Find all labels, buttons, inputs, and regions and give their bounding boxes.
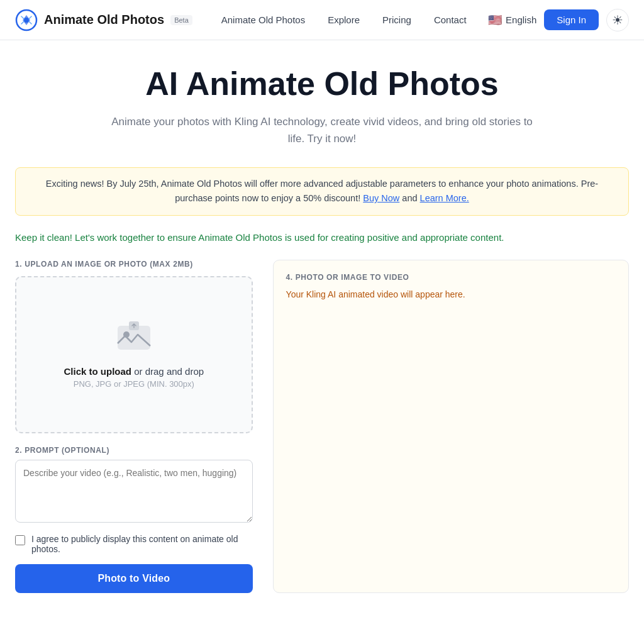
upload-zone[interactable]: Click to upload or drag and drop PNG, JP…: [15, 276, 253, 433]
submit-button[interactable]: Photo to Video: [15, 564, 253, 593]
banner-text: Exciting news! By July 25th, Animate Old…: [46, 179, 598, 203]
buy-now-link[interactable]: Buy Now: [363, 193, 399, 203]
agreement-label[interactable]: I agree to publicly display this content…: [31, 534, 253, 554]
content-notice: Keep it clean! Let's work together to en…: [15, 231, 629, 245]
upload-text: Click to upload or drag and drop: [64, 366, 204, 377]
main-content: AI Animate Old Photos Animate your photo…: [0, 40, 644, 631]
upload-icon: [116, 321, 152, 358]
logo-icon: [15, 9, 38, 31]
banner-and: and: [402, 193, 417, 203]
nav-right: 🇺🇸 English Sign In ☀: [488, 9, 629, 31]
flag-icon: 🇺🇸: [488, 13, 502, 27]
nav-link-pricing[interactable]: Pricing: [374, 11, 420, 29]
agreement-checkbox[interactable]: [15, 535, 25, 545]
video-panel: 4. PHOTO OR IMAGE TO VIDEO Your Kling AI…: [273, 260, 629, 593]
learn-more-link[interactable]: Learn More.: [420, 193, 469, 203]
prompt-section-label: 2. PROMPT (OPTIONAL): [15, 446, 253, 455]
content-grid: 1. UPLOAD AN IMAGE OR PHOTO (MAX 2MB) Cl…: [15, 260, 629, 593]
nav-link-explore[interactable]: Explore: [319, 11, 369, 29]
beta-badge: Beta: [170, 15, 192, 25]
logo-link[interactable]: Animate Old Photos Beta: [15, 9, 192, 31]
nav-link-contact[interactable]: Contact: [425, 11, 475, 29]
agreement-row: I agree to publicly display this content…: [15, 534, 253, 554]
logo-text: Animate Old Photos: [44, 13, 164, 27]
upload-section-label: 1. UPLOAD AN IMAGE OR PHOTO (MAX 2MB): [15, 260, 253, 269]
theme-toggle-button[interactable]: ☀: [606, 9, 629, 31]
prompt-textarea[interactable]: [15, 460, 253, 523]
video-placeholder: Your Kling AI animated video will appear…: [286, 289, 616, 299]
language-selector[interactable]: 🇺🇸 English: [488, 13, 536, 27]
svg-point-1: [24, 18, 29, 23]
hero-title: AI Animate Old Photos: [15, 65, 629, 103]
upload-click-text: Click to upload: [64, 366, 132, 377]
sign-in-button[interactable]: Sign In: [544, 9, 599, 30]
left-panel: 1. UPLOAD AN IMAGE OR PHOTO (MAX 2MB) Cl…: [15, 260, 253, 593]
announcement-banner: Exciting news! By July 25th, Animate Old…: [15, 167, 629, 215]
upload-hint: PNG, JPG or JPEG (MIN. 300px): [74, 379, 194, 389]
language-label: English: [506, 14, 536, 25]
navbar: Animate Old Photos Beta Animate Old Phot…: [0, 0, 644, 40]
video-section-label: 4. PHOTO OR IMAGE TO VIDEO: [286, 273, 616, 282]
upload-drag-text: or drag and drop: [131, 366, 204, 377]
hero-section: AI Animate Old Photos Animate your photo…: [15, 65, 629, 147]
hero-subtitle: Animate your photos with Kling AI techno…: [108, 113, 536, 147]
nav-links: Animate Old Photos Explore Pricing Conta…: [213, 11, 488, 29]
nav-link-animate[interactable]: Animate Old Photos: [213, 11, 314, 29]
